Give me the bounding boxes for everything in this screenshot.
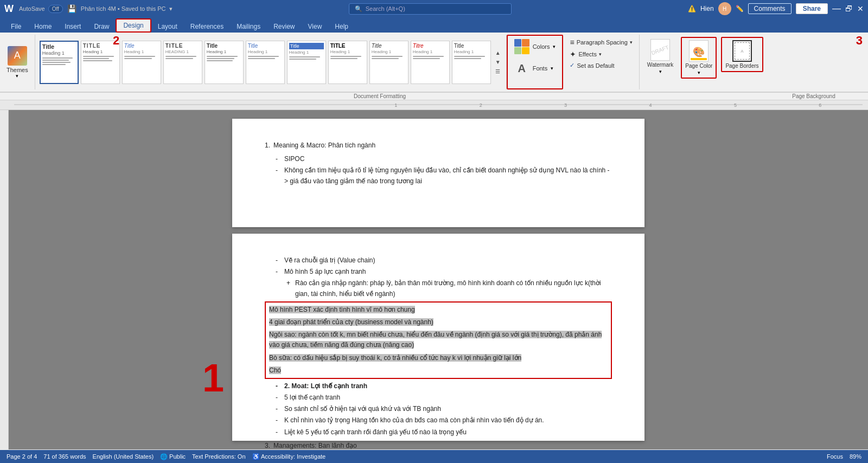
public-label[interactable]: 🌐 Public	[160, 453, 186, 460]
filename-dropdown[interactable]: ▾	[169, 5, 173, 12]
search-placeholder: Search (Alt+Q)	[366, 5, 405, 12]
comments-button[interactable]: Comments	[748, 3, 792, 14]
para-spacing-dropdown-icon: ▾	[630, 40, 633, 45]
pen-icon[interactable]: ✏️	[736, 5, 744, 12]
style-thumb-4[interactable]: TITLE HEADING 1	[163, 41, 202, 84]
doc-scroll[interactable]: 1. Meaning & Macro: Phân tích ngành SIPO…	[9, 110, 868, 449]
styles-area: Title Heading 1 TITLE Heading 1	[35, 35, 507, 89]
scroll-more-arrow[interactable]: ☰	[494, 67, 501, 75]
close-button[interactable]: ✕	[857, 4, 864, 13]
list-num: 3.	[265, 441, 270, 449]
fonts-button[interactable]: A Fonts ▾	[512, 60, 556, 77]
colors-fonts-section: Colors ▾ A Fonts ▾	[507, 35, 564, 89]
warning-icon: ⚠️	[688, 5, 696, 12]
title-bar: W AutoSave Off 💾 Phân tích 4M • Saved to…	[0, 0, 868, 17]
scroll-up-arrow[interactable]: ▲	[494, 49, 502, 57]
search-bar[interactable]: 🔍 Search (Alt+Q)	[349, 3, 512, 15]
list-num: 1.	[265, 140, 270, 151]
effects-label: Effects	[578, 51, 596, 57]
status-bar-right: Focus 89%	[827, 453, 861, 460]
fonts-dropdown-icon: ▾	[551, 66, 553, 71]
style-thumb-7[interactable]: Title Heading 1	[287, 41, 326, 84]
ribbon-tabs: File Home Insert Draw Design Layout Refe…	[0, 17, 868, 33]
themes-button[interactable]: A Themes ▾	[7, 46, 28, 79]
word-count: 71 of 365 words	[43, 453, 86, 460]
fonts-icon: A	[514, 61, 529, 76]
zoom-level[interactable]: 89%	[850, 453, 861, 460]
tab-layout[interactable]: Layout	[151, 21, 184, 33]
list-text: Managements: Ban lãnh đạo	[273, 441, 357, 449]
list-text: Meaning & Macro: Phân tích ngành	[273, 140, 375, 151]
colors-button[interactable]: Colors ▾	[512, 38, 558, 55]
style-thumb-2[interactable]: TITLE Heading 1	[81, 41, 120, 84]
page-background-label: Page Background	[760, 93, 868, 99]
tab-insert[interactable]: Insert	[58, 21, 87, 33]
themes-label: Themes	[7, 67, 28, 73]
style-thumb-10[interactable]: Titre Heading 1	[411, 41, 450, 84]
set-default-button[interactable]: ✓ Set as Default	[567, 61, 634, 70]
ruler: 1 2 3 4 5 6	[0, 100, 868, 110]
svg-text:6: 6	[819, 102, 821, 108]
style-thumb-6[interactable]: Title Heading 1	[246, 41, 285, 84]
list-item: Vẽ ra chuỗi giá trị (Value chain)	[276, 255, 612, 266]
page1-list: 1. Meaning & Macro: Phân tích ngành SIPO…	[265, 140, 612, 187]
accessibility-label[interactable]: ♿ Accessibility: Investigate	[252, 453, 326, 460]
text-predictions-label[interactable]: Text Predictions: On	[192, 453, 245, 460]
page-borders-button[interactable]: A Page Borders	[721, 37, 763, 72]
page-color-icon: 🎨	[689, 40, 709, 62]
highlighted-text: 4 giai đoạn phát triển của cty (business…	[269, 318, 433, 326]
highlighted-text: Mô hình PEST xác định tình hình vĩ mô hơ…	[269, 306, 415, 313]
filename-label: Phân tích 4M • Saved to this PC	[81, 5, 166, 12]
style-thumb-8[interactable]: TITLE Heading 1	[328, 41, 367, 84]
highlighted-text: Chó	[269, 366, 281, 374]
highlighted-text: Ngôi sao: ngành còn tốt k, mn biết nhiều…	[269, 331, 602, 349]
tab-references[interactable]: References	[184, 21, 230, 33]
language-label: English (United States)	[93, 453, 154, 460]
share-button[interactable]: Share	[796, 3, 828, 14]
themes-dropdown-icon: ▾	[16, 73, 18, 79]
page-color-button[interactable]: 🎨 Page Color ▾	[681, 37, 717, 79]
doc-area: 1. Meaning & Macro: Phân tích ngành SIPO…	[0, 110, 868, 449]
effects-icon: ✦	[570, 50, 576, 59]
style-thumb-9[interactable]: Title Heading 1	[369, 41, 409, 84]
watermark-button[interactable]: DRAFT Watermark ▾	[644, 37, 677, 76]
style-thumb-3[interactable]: Title Heading 1	[122, 41, 161, 84]
tab-file[interactable]: File	[4, 21, 28, 33]
style-thumb-1[interactable]: Title Heading 1	[40, 41, 79, 84]
tab-design[interactable]: Design	[116, 18, 151, 33]
tab-review[interactable]: Review	[267, 21, 301, 33]
doc-page-1: 1. Meaning & Macro: Phân tích ngành SIPO…	[232, 119, 644, 227]
ribbon: A Themes ▾ Title Heading 1 TITLE	[0, 33, 868, 92]
page-color-dropdown-icon: ▾	[698, 70, 700, 75]
page-borders-label: Page Borders	[725, 63, 758, 69]
autosave-toggle[interactable]: Off	[48, 5, 63, 13]
tab-mailings[interactable]: Mailings	[230, 21, 267, 33]
search-icon: 🔍	[355, 5, 362, 12]
tab-home[interactable]: Home	[28, 21, 58, 33]
style-thumb-5[interactable]: Title Heading 1	[205, 41, 244, 84]
tab-view[interactable]: View	[302, 21, 329, 33]
save-button[interactable]: 💾	[67, 4, 76, 13]
user-area: ⚠️ Hien H ✏️ Comments Share — 🗗 ✕	[688, 2, 864, 15]
minimize-button[interactable]: —	[832, 4, 841, 14]
list-item: So sánh chỉ số ở hiện tại với quá khứ và…	[276, 404, 612, 414]
maximize-button[interactable]: 🗗	[845, 4, 853, 13]
effects-button[interactable]: ✦ Effects ▾	[567, 49, 634, 60]
style-thumb-11[interactable]: Title Heading 1	[452, 41, 491, 84]
highlight-line-item: 4 giai đoạn phát triển của cty (business…	[269, 317, 608, 327]
avatar[interactable]: H	[718, 2, 731, 15]
watermark-label: Watermark	[647, 62, 674, 68]
colors-label: Colors	[533, 43, 550, 50]
status-bar-left: Page 2 of 4 71 of 365 words English (Uni…	[7, 453, 326, 460]
checkmark-icon: ✓	[570, 62, 575, 69]
paragraph-spacing-button[interactable]: ≡ Paragraph Spacing ▾	[567, 37, 634, 48]
focus-label[interactable]: Focus	[827, 453, 843, 460]
list-item: 3. Managements: Ban lãnh đạo	[265, 441, 612, 449]
tab-draw[interactable]: Draw	[87, 21, 116, 33]
doc-page-2: 1 Vẽ ra chuỗi giá trị (Value chain) Mô h…	[232, 234, 644, 441]
scroll-down-arrow[interactable]: ▼	[494, 58, 502, 66]
page-borders-icon: A	[732, 40, 752, 62]
tab-help[interactable]: Help	[328, 21, 355, 33]
list-item: Mô hình 5 áp lực cạnh tranh	[276, 267, 612, 277]
page-color-label: Page Color	[685, 63, 712, 69]
